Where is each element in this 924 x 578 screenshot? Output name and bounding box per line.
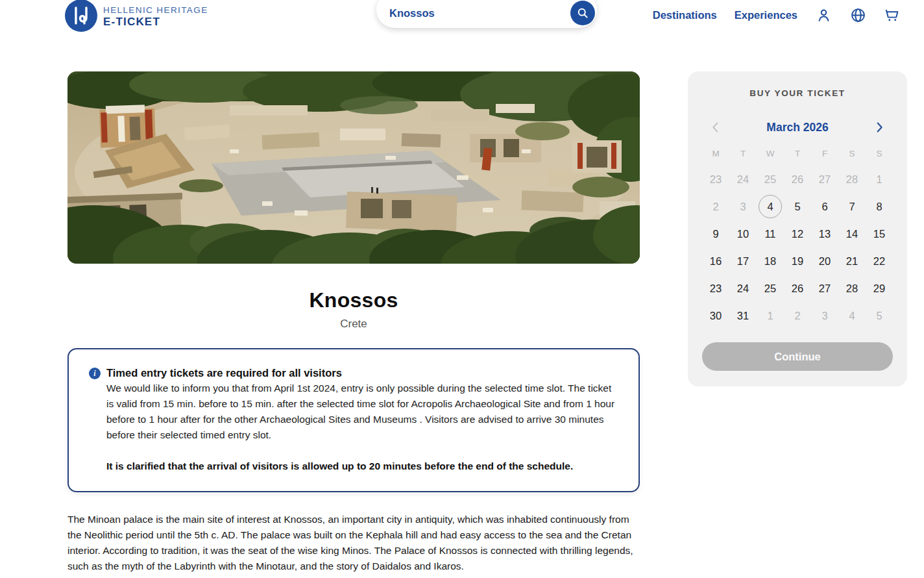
language-globe-icon[interactable] bbox=[849, 6, 866, 23]
prev-month-button[interactable] bbox=[707, 119, 724, 136]
page-subtitle: Crete bbox=[67, 318, 640, 331]
calendar-day[interactable]: 10 bbox=[729, 220, 757, 247]
calendar-day[interactable]: 21 bbox=[838, 247, 866, 275]
calendar-day[interactable]: 18 bbox=[757, 247, 784, 275]
brand-logo[interactable]: HELLENIC HERITAGE E-TICKET bbox=[65, 0, 208, 32]
brand-logo-icon bbox=[65, 0, 97, 32]
weekday-label: S bbox=[838, 145, 866, 162]
calendar-weekdays: MTWTFSS bbox=[688, 145, 907, 162]
calendar-day: 1 bbox=[866, 166, 893, 193]
account-icon[interactable] bbox=[815, 6, 832, 23]
buy-ticket-panel: BUY YOUR TICKET March 2026 MTWTFSS 23242 bbox=[688, 71, 907, 386]
calendar-day[interactable]: 5 bbox=[784, 193, 811, 220]
calendar-day[interactable]: 20 bbox=[811, 247, 838, 275]
month-navigation: March 2026 bbox=[707, 119, 888, 136]
cart-icon[interactable] bbox=[884, 6, 901, 23]
nav-destinations[interactable]: Destinations bbox=[653, 9, 717, 21]
calendar-day: 2 bbox=[784, 302, 811, 329]
calendar-day: 5 bbox=[866, 302, 893, 329]
calendar-day[interactable]: 19 bbox=[784, 247, 811, 275]
calendar-day: 26 bbox=[784, 166, 811, 193]
nav-experiences[interactable]: Experiences bbox=[735, 9, 797, 21]
page-title: Knossos bbox=[67, 288, 640, 312]
hero-image bbox=[67, 71, 640, 264]
weekday-label: T bbox=[729, 145, 757, 162]
calendar-day[interactable]: 24 bbox=[729, 275, 757, 302]
calendar-day[interactable]: 15 bbox=[866, 220, 893, 247]
calendar-day[interactable]: 25 bbox=[757, 275, 784, 302]
chevron-right-icon bbox=[872, 120, 886, 134]
calendar-day[interactable]: 11 bbox=[757, 220, 784, 247]
calendar-day[interactable]: 9 bbox=[702, 220, 729, 247]
brand-line2: E-TICKET bbox=[103, 16, 208, 29]
notice-emphasis: It is clarified that the arrival of visi… bbox=[106, 459, 619, 474]
calendar-day: 28 bbox=[838, 166, 866, 193]
info-icon: i bbox=[89, 368, 101, 379]
calendar-day[interactable]: 31 bbox=[729, 302, 757, 329]
calendar-day: 4 bbox=[838, 302, 866, 329]
next-month-button[interactable] bbox=[871, 119, 888, 136]
header: HELLENIC HERITAGE E-TICKET Destinations … bbox=[0, 0, 924, 36]
brand-name: HELLENIC HERITAGE E-TICKET bbox=[103, 3, 208, 28]
calendar-day: 2 bbox=[702, 193, 729, 220]
calendar-grid: 2324252627281234567891011121314151617181… bbox=[688, 166, 907, 329]
brand-line1: HELLENIC HERITAGE bbox=[103, 5, 208, 16]
calendar-day[interactable]: 23 bbox=[702, 275, 729, 302]
calendar-day-selected[interactable]: 4 bbox=[757, 193, 784, 220]
calendar-day[interactable]: 16 bbox=[702, 247, 729, 275]
calendar-day[interactable]: 7 bbox=[838, 193, 866, 220]
calendar-day[interactable]: 28 bbox=[838, 275, 866, 302]
calendar-day[interactable]: 22 bbox=[866, 247, 893, 275]
search-input[interactable] bbox=[389, 7, 570, 19]
panel-heading: BUY YOUR TICKET bbox=[688, 88, 907, 98]
calendar-day: 23 bbox=[702, 166, 729, 193]
weekday-label: M bbox=[702, 145, 729, 162]
calendar-day[interactable]: 13 bbox=[811, 220, 838, 247]
timed-entry-notice: i Timed entry tickets are required for a… bbox=[67, 348, 640, 492]
calendar-day[interactable]: 27 bbox=[811, 275, 838, 302]
notice-title: Timed entry tickets are required for all… bbox=[106, 365, 619, 381]
site-description: The Minoan palace is the main site of in… bbox=[67, 512, 640, 574]
calendar-day[interactable]: 17 bbox=[729, 247, 757, 275]
search-bar bbox=[376, 0, 597, 28]
search-icon bbox=[576, 6, 589, 19]
calendar-day[interactable]: 30 bbox=[702, 302, 729, 329]
calendar-day: 3 bbox=[729, 193, 757, 220]
calendar-day: 3 bbox=[811, 302, 838, 329]
weekday-label: F bbox=[811, 145, 838, 162]
chevron-left-icon bbox=[709, 120, 723, 134]
calendar-day[interactable]: 12 bbox=[784, 220, 811, 247]
main-nav: Destinations Experiences bbox=[653, 0, 901, 30]
calendar-day[interactable]: 14 bbox=[838, 220, 866, 247]
month-label: March 2026 bbox=[766, 121, 828, 134]
calendar-day: 1 bbox=[757, 302, 784, 329]
calendar-day: 24 bbox=[729, 166, 757, 193]
calendar-day[interactable]: 26 bbox=[784, 275, 811, 302]
notice-body: We would like to inform you that from Ap… bbox=[106, 381, 619, 443]
calendar-day[interactable]: 29 bbox=[866, 275, 893, 302]
continue-button[interactable]: Continue bbox=[702, 342, 893, 371]
calendar-day: 25 bbox=[757, 166, 784, 193]
search-button[interactable] bbox=[570, 1, 595, 25]
weekday-label: S bbox=[866, 145, 893, 162]
calendar-day[interactable]: 6 bbox=[811, 193, 838, 220]
weekday-label: W bbox=[757, 145, 784, 162]
weekday-label: T bbox=[784, 145, 811, 162]
site-content: Knossos Crete i Timed entry tickets are … bbox=[67, 71, 640, 574]
calendar-day: 27 bbox=[811, 166, 838, 193]
calendar-day[interactable]: 8 bbox=[866, 193, 893, 220]
